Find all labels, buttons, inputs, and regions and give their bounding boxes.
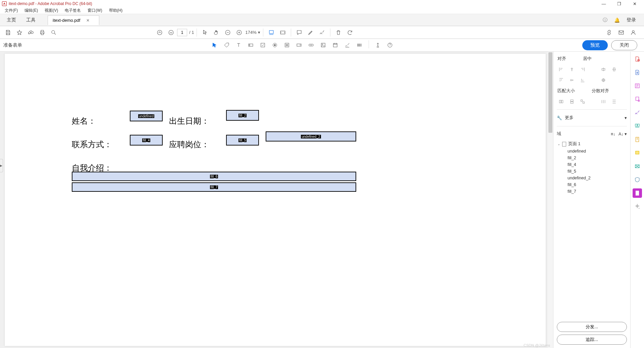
tree-page-1[interactable]: ⌄ 页面 1 xyxy=(557,140,627,148)
rail-edit-icon[interactable] xyxy=(633,81,642,91)
track-button[interactable]: 追踪... xyxy=(557,335,627,345)
date-tool-icon[interactable] xyxy=(330,40,340,50)
close-button[interactable]: 关闭 xyxy=(611,40,637,50)
account-icon[interactable] xyxy=(628,27,639,38)
hand-icon[interactable] xyxy=(211,27,222,38)
pointer-icon[interactable] xyxy=(200,27,210,38)
align-right-icon[interactable] xyxy=(579,66,586,73)
align-bottom-icon[interactable] xyxy=(579,76,586,84)
field-fill-2[interactable]: fill_2 xyxy=(226,110,259,121)
help-icon[interactable]: ⓘ xyxy=(603,17,607,23)
textfield-tool-icon[interactable] xyxy=(246,40,256,50)
align-left-icon[interactable] xyxy=(557,66,565,73)
rail-create-icon[interactable] xyxy=(633,54,642,64)
list-tool-icon[interactable] xyxy=(282,40,292,50)
preview-button[interactable]: 预览 xyxy=(582,40,608,50)
rail-form-icon[interactable] xyxy=(633,188,642,198)
field-fill-7[interactable]: fill_7 xyxy=(72,182,356,192)
field-fill-5[interactable]: fill_5 xyxy=(226,135,259,146)
align-top-icon[interactable] xyxy=(557,76,565,84)
tab-tools[interactable]: 工具 xyxy=(21,14,40,26)
rail-redact-icon[interactable] xyxy=(633,162,642,171)
help-tool-icon[interactable] xyxy=(385,40,395,50)
rail-comment-icon[interactable] xyxy=(633,95,642,104)
field-fill-6[interactable]: fill_6 xyxy=(72,172,356,181)
highlight-icon[interactable] xyxy=(305,27,316,38)
minimize-button[interactable]: — xyxy=(599,1,608,6)
pin-icon[interactable] xyxy=(373,40,383,50)
menu-window[interactable]: 窗口(W) xyxy=(85,7,105,14)
text-tool-icon[interactable] xyxy=(234,40,244,50)
scrollbar-thumb[interactable] xyxy=(548,52,552,133)
bell-icon[interactable]: 🔔 xyxy=(614,17,620,23)
rail-more-icon[interactable] xyxy=(633,202,642,211)
match-height-icon[interactable] xyxy=(568,98,576,105)
mail-icon[interactable] xyxy=(616,27,627,38)
center-v-icon[interactable] xyxy=(610,66,618,73)
zoom-dropdown[interactable]: 174% ▾ xyxy=(245,30,260,35)
more-row[interactable]: 🔧 更多 ▾ xyxy=(557,113,627,123)
fit-width-icon[interactable] xyxy=(277,27,288,38)
close-window-button[interactable]: ✕ xyxy=(630,1,639,6)
barcode-tool-icon[interactable] xyxy=(355,40,365,50)
tab-home[interactable]: 主页 xyxy=(2,14,21,26)
collapse-left-handle[interactable]: ▶ xyxy=(0,159,3,172)
dropdown-tool-icon[interactable] xyxy=(294,40,304,50)
cloud-icon[interactable] xyxy=(25,27,36,38)
page-up-icon[interactable] xyxy=(154,27,165,38)
radio-tool-icon[interactable] xyxy=(270,40,280,50)
button-tool-icon[interactable] xyxy=(306,40,316,50)
tree-field-fill-4[interactable]: fill_4 xyxy=(557,161,627,168)
align-hcenter-icon[interactable] xyxy=(568,66,576,73)
zoom-out-icon[interactable] xyxy=(222,27,233,38)
distribute-v-icon[interactable] xyxy=(610,98,618,105)
print-icon[interactable] xyxy=(37,27,48,38)
image-tool-icon[interactable] xyxy=(318,40,328,50)
zoom-in-icon[interactable] xyxy=(234,27,245,38)
menu-file[interactable]: 文件(F) xyxy=(2,7,20,14)
sign-icon[interactable] xyxy=(317,27,327,38)
menu-view[interactable]: 视图(V) xyxy=(42,7,61,14)
rail-sign2-icon[interactable] xyxy=(633,108,642,117)
rail-compress-icon[interactable] xyxy=(633,135,642,144)
rail-protect-icon[interactable] xyxy=(633,175,642,184)
rail-export-icon[interactable] xyxy=(633,68,642,77)
tree-field-fill-7[interactable]: fill_7 xyxy=(557,188,627,195)
tree-field-fill-5[interactable]: fill_5 xyxy=(557,168,627,175)
tree-field-undefined[interactable]: undefined xyxy=(557,148,627,155)
menu-help[interactable]: 帮助(H) xyxy=(106,7,125,14)
vertical-scrollbar[interactable] xyxy=(548,52,553,348)
tree-field-undefined-2[interactable]: undefined_2 xyxy=(557,175,627,181)
rail-organize-icon[interactable] xyxy=(633,121,642,131)
search-icon[interactable] xyxy=(48,27,59,38)
comment-icon[interactable] xyxy=(294,27,305,38)
tag-tool-icon[interactable] xyxy=(222,40,232,50)
tree-field-fill-6[interactable]: fill_6 xyxy=(557,181,627,188)
star-icon[interactable] xyxy=(14,27,25,38)
checkbox-tool-icon[interactable] xyxy=(258,40,268,50)
center-both-icon[interactable] xyxy=(600,76,607,84)
login-link[interactable]: 登录 xyxy=(627,17,636,23)
pdf-page[interactable]: 姓名： undefined 出生日期： fill_2 联系方式： fill_4 … xyxy=(5,54,546,346)
trash-icon[interactable] xyxy=(333,27,344,38)
link-icon[interactable] xyxy=(604,27,614,38)
sort-icons[interactable]: ≡↓ A↓ ▾ xyxy=(611,131,627,136)
align-vcenter-icon[interactable] xyxy=(568,76,576,84)
match-both-icon[interactable] xyxy=(579,98,586,105)
distribute-h-icon[interactable] xyxy=(600,98,607,105)
maximize-button[interactable]: ❐ xyxy=(614,1,624,6)
match-width-icon[interactable] xyxy=(557,98,565,105)
tab-document[interactable]: itext-demo.pdf ✕ xyxy=(48,15,99,25)
field-fill-4[interactable]: fill_4 xyxy=(130,135,163,146)
select-area-icon[interactable] xyxy=(266,27,277,38)
menu-sign[interactable]: 电子签名 xyxy=(62,7,84,14)
center-h-icon[interactable] xyxy=(600,66,607,73)
page-input[interactable] xyxy=(177,29,187,36)
distribute-button[interactable]: 分发... xyxy=(557,322,627,332)
field-undefined-2[interactable]: undefined_2 xyxy=(266,131,356,141)
menu-edit[interactable]: 编辑(E) xyxy=(22,7,41,14)
save-icon[interactable] xyxy=(3,27,13,38)
tab-close-icon[interactable]: ✕ xyxy=(86,18,90,23)
rail-note-icon[interactable] xyxy=(633,148,642,158)
signature-tool-icon[interactable] xyxy=(342,40,353,50)
